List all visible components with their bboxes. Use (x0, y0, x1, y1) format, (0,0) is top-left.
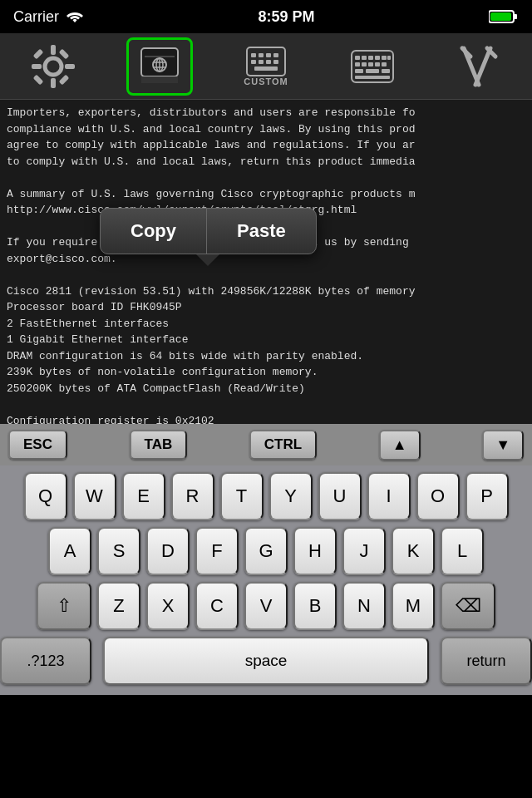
numbers-key[interactable]: .?123 (0, 637, 91, 685)
svg-rect-34 (375, 56, 380, 60)
svg-rect-10 (33, 74, 44, 85)
toolbar-settings[interactable] (20, 37, 86, 96)
svg-rect-9 (59, 48, 70, 59)
key-n[interactable]: N (342, 582, 386, 630)
svg-rect-37 (355, 62, 360, 66)
key-w[interactable]: W (73, 472, 116, 520)
toolbar-browser[interactable] (126, 37, 193, 96)
status-left: Carrier (13, 8, 84, 26)
toolbar-keyboard[interactable] (339, 37, 406, 96)
svg-rect-36 (387, 56, 391, 60)
key-g[interactable]: G (244, 527, 288, 575)
svg-rect-42 (355, 69, 363, 73)
svg-rect-39 (368, 62, 373, 66)
keyboard-row-3: ⇧ZXCVBNM⌫ (0, 582, 532, 630)
svg-rect-2 (490, 12, 511, 21)
svg-rect-29 (254, 66, 278, 71)
svg-rect-26 (259, 60, 264, 64)
status-right (489, 9, 519, 24)
globe-icon (140, 47, 180, 86)
key-t[interactable]: T (220, 472, 264, 520)
svg-rect-28 (273, 60, 278, 64)
key-q[interactable]: Q (24, 472, 67, 520)
gear-icon (32, 45, 75, 88)
up-arrow-key[interactable]: ▲ (379, 430, 421, 461)
context-menu: Copy Paste (100, 208, 317, 254)
svg-rect-38 (362, 62, 367, 66)
shift-key[interactable]: ⇧ (37, 582, 91, 630)
esc-key[interactable]: ESC (8, 430, 67, 460)
key-c[interactable]: C (195, 582, 239, 630)
svg-rect-27 (266, 60, 271, 64)
svg-rect-41 (382, 62, 387, 66)
svg-line-48 (475, 48, 490, 85)
down-arrow-key[interactable]: ▼ (482, 430, 524, 461)
special-keys-row: ESC TAB CTRL ▲ ▼ (0, 424, 532, 466)
svg-rect-1 (514, 14, 517, 19)
paste-button[interactable]: Paste (207, 209, 316, 254)
svg-rect-44 (382, 69, 390, 73)
svg-rect-40 (375, 62, 380, 66)
key-d[interactable]: D (146, 527, 190, 575)
key-l[interactable]: L (441, 527, 484, 575)
key-j[interactable]: J (342, 527, 386, 575)
keyboard-row-2: ASDFGHJKL (0, 527, 532, 575)
delete-key[interactable]: ⌫ (441, 582, 495, 630)
ctrl-key[interactable]: CTRL (249, 430, 317, 460)
key-o[interactable]: O (416, 472, 460, 520)
svg-rect-33 (368, 56, 373, 60)
keyboard-row-1: QWERTYUIOP (0, 472, 532, 520)
key-z[interactable]: Z (97, 582, 140, 630)
svg-rect-4 (51, 45, 56, 55)
key-u[interactable]: U (318, 472, 362, 520)
toolbar-tools[interactable] (446, 37, 512, 96)
key-p[interactable]: P (466, 472, 509, 520)
key-k[interactable]: K (392, 527, 435, 575)
wifi-icon (66, 10, 84, 23)
key-b[interactable]: B (293, 582, 337, 630)
key-s[interactable]: S (97, 527, 140, 575)
battery-icon (489, 9, 519, 24)
terminal-text: Importers, exporters, distributors and u… (0, 100, 532, 424)
key-a[interactable]: A (48, 527, 91, 575)
return-key[interactable]: return (441, 637, 532, 685)
svg-rect-8 (33, 48, 44, 59)
keyboard: QWERTYUIOP ASDFGHJKL ⇧ZXCVBNM⌫ .?123spac… (0, 466, 532, 695)
svg-line-47 (462, 48, 470, 57)
copy-button[interactable]: Copy (101, 209, 207, 254)
svg-rect-22 (259, 53, 264, 57)
key-e[interactable]: E (122, 472, 165, 520)
toolbar-custom[interactable]: CUSTOM (233, 37, 299, 96)
svg-rect-43 (366, 69, 379, 73)
svg-rect-45 (355, 76, 390, 79)
svg-rect-11 (59, 74, 70, 85)
svg-rect-13 (141, 76, 178, 83)
key-f[interactable]: F (195, 527, 239, 575)
key-i[interactable]: I (367, 472, 411, 520)
svg-rect-35 (382, 56, 387, 60)
svg-rect-5 (51, 78, 56, 88)
key-r[interactable]: R (171, 472, 214, 520)
toolbar: CUSTOM (0, 33, 532, 100)
key-y[interactable]: Y (269, 472, 313, 520)
key-h[interactable]: H (293, 527, 337, 575)
context-menu-inner: Copy Paste (100, 208, 317, 254)
svg-rect-31 (355, 56, 360, 60)
svg-rect-6 (32, 64, 42, 69)
svg-point-3 (45, 58, 62, 75)
key-x[interactable]: X (146, 582, 190, 630)
key-v[interactable]: V (244, 582, 288, 630)
custom-label: CUSTOM (244, 76, 288, 86)
tab-key[interactable]: TAB (130, 430, 188, 460)
svg-rect-21 (251, 53, 256, 57)
key-m[interactable]: M (392, 582, 435, 630)
keyboard-icon (351, 50, 394, 83)
status-bar: Carrier 8:59 PM (0, 0, 532, 33)
svg-rect-7 (65, 64, 75, 69)
custom-keyboard-icon (246, 47, 286, 76)
svg-rect-23 (266, 53, 271, 57)
carrier-label: Carrier (13, 8, 59, 26)
svg-rect-25 (251, 60, 256, 64)
terminal-area[interactable]: Importers, exporters, distributors and u… (0, 100, 532, 424)
space-key[interactable]: space (103, 637, 429, 685)
